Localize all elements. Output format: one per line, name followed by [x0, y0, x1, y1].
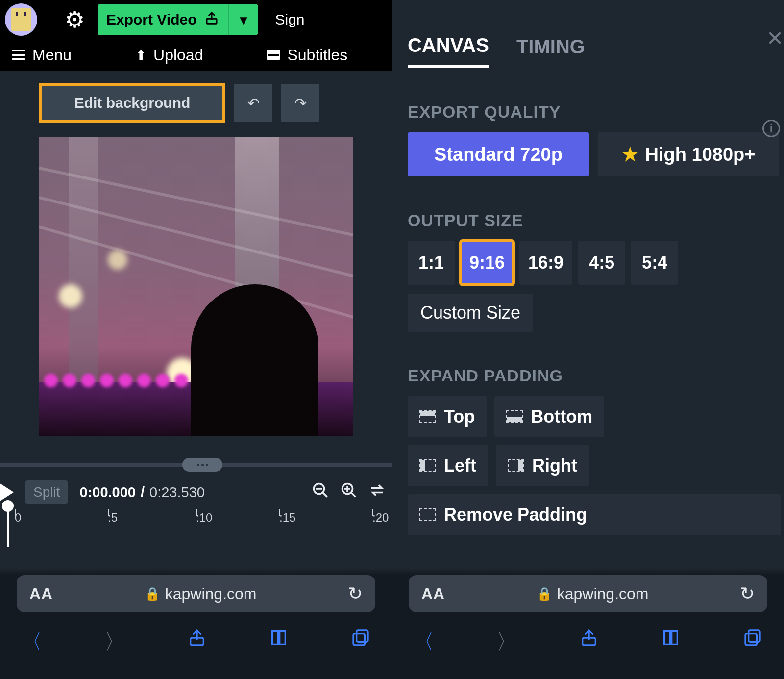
subtitles-icon — [267, 50, 280, 60]
edit-background-button[interactable]: Edit background — [39, 83, 225, 123]
remove-padding-button[interactable]: Remove Padding — [408, 494, 781, 535]
avatar[interactable] — [5, 3, 37, 36]
editor-pane: ⚙ Export Video ▾ Sign Menu — [0, 0, 392, 679]
scrub-bar[interactable] — [0, 456, 392, 474]
menu-button[interactable]: Menu — [12, 46, 72, 64]
top-bar: ⚙ Export Video ▾ Sign — [0, 0, 392, 39]
info-icon[interactable]: i — [762, 120, 780, 137]
settings-gear-icon[interactable]: ⚙ — [65, 6, 85, 33]
browser-tabs-button[interactable] — [351, 628, 370, 655]
lock-icon-right: 🔒 — [537, 586, 552, 602]
output-size-label: OUTPUT SIZE — [408, 211, 781, 230]
svg-rect-0 — [207, 19, 217, 24]
browser-back-button[interactable]: 〈 — [22, 628, 42, 655]
ruler-tick-15: :15 — [279, 511, 295, 525]
zoom-in-button[interactable] — [340, 481, 358, 503]
pad-left-icon — [419, 459, 436, 472]
upload-button[interactable]: Upload — [135, 46, 203, 64]
address-bar-right[interactable]: AA 🔒 kapwing.com ↻ — [409, 575, 767, 612]
url-display-right: 🔒 kapwing.com — [445, 585, 740, 603]
split-button[interactable]: Split — [25, 480, 68, 504]
pad-left-button[interactable]: Left — [408, 445, 488, 486]
share-icon — [204, 11, 219, 29]
sign-in-link[interactable]: Sign — [275, 11, 304, 28]
address-bar[interactable]: AA 🔒 kapwing.com ↻ — [17, 575, 375, 612]
size-5-4[interactable]: 5:4 — [631, 241, 678, 285]
browser-bookmarks-button-right[interactable] — [661, 628, 681, 655]
pad-right-icon — [508, 459, 524, 472]
browser-chrome-right: AA 🔒 kapwing.com ↻ 〈 〉 — [392, 568, 784, 679]
tab-canvas[interactable]: CANVAS — [408, 34, 489, 68]
svg-line-3 — [323, 493, 327, 497]
custom-size-button[interactable]: Custom Size — [408, 294, 533, 332]
browser-chrome-left: AA 🔒 kapwing.com ↻ 〈 〉 — [0, 568, 392, 679]
swap-button[interactable] — [368, 481, 386, 503]
browser-share-button-right[interactable] — [579, 628, 599, 655]
reload-button-right[interactable]: ↻ — [740, 583, 755, 604]
expand-padding-label: EXPAND PADDING — [408, 366, 781, 385]
svg-rect-13 — [749, 630, 760, 642]
time-sep: / — [141, 484, 145, 501]
svg-rect-9 — [353, 634, 365, 645]
size-16-9[interactable]: 16:9 — [519, 241, 572, 285]
browser-forward-button[interactable]: 〉 — [104, 628, 125, 655]
undo-button[interactable]: ↶ — [234, 84, 272, 122]
ruler-tick-5: :5 — [108, 511, 118, 525]
browser-share-button[interactable] — [187, 628, 207, 655]
tab-timing[interactable]: TIMING — [516, 36, 585, 67]
size-9-16[interactable]: 9:16 — [461, 241, 514, 285]
pad-top-icon — [419, 410, 436, 423]
scrub-handle[interactable] — [182, 458, 222, 472]
upload-icon — [135, 46, 147, 64]
upload-label: Upload — [153, 46, 203, 64]
close-panel-button[interactable]: × — [767, 22, 783, 53]
subtitles-button[interactable]: Subtitles — [267, 46, 347, 64]
browser-back-button-right[interactable]: 〈 — [414, 628, 434, 655]
pad-bottom-button[interactable]: Bottom — [494, 396, 604, 437]
redo-icon: ↷ — [294, 95, 307, 112]
browser-bookmarks-button[interactable] — [269, 628, 289, 655]
remove-padding-icon — [419, 508, 436, 521]
undo-icon: ↶ — [247, 95, 260, 112]
redo-button[interactable]: ↷ — [281, 84, 319, 122]
ruler-tick-0: 0 — [15, 511, 21, 525]
playhead[interactable] — [2, 500, 14, 512]
svg-rect-10 — [357, 630, 368, 642]
subtitles-label: Subtitles — [287, 46, 347, 64]
chevron-down-icon: ▾ — [240, 12, 247, 28]
playback-controls: Split 0:00.000 / 0:23.530 — [0, 474, 392, 508]
text-size-button[interactable]: AA — [29, 585, 53, 603]
canvas-settings-pane: × CANVAS TIMING EXPORT QUALITY i Standar… — [392, 0, 784, 679]
text-size-button-right[interactable]: AA — [421, 585, 445, 603]
export-video-button[interactable]: Export Video ▾ — [98, 4, 258, 35]
svg-rect-12 — [745, 634, 757, 645]
hamburger-icon — [12, 50, 25, 60]
reload-button[interactable]: ↻ — [348, 583, 363, 604]
ruler-tick-20: :20 — [372, 511, 389, 525]
quality-standard-button[interactable]: Standard 720p — [408, 132, 589, 176]
export-label: Export Video — [106, 11, 196, 28]
ruler-tick-10: :10 — [196, 511, 212, 525]
browser-tabs-button-right[interactable] — [743, 628, 762, 655]
pad-bottom-icon — [506, 410, 523, 423]
menu-label: Menu — [32, 46, 72, 64]
time-duration: 0:23.530 — [149, 484, 205, 501]
zoom-out-button[interactable] — [312, 481, 329, 503]
pad-top-button[interactable]: Top — [408, 396, 487, 437]
pad-right-button[interactable]: Right — [496, 445, 589, 486]
size-1-1[interactable]: 1:1 — [408, 241, 455, 285]
lock-icon: 🔒 — [145, 586, 160, 602]
export-caret-button[interactable]: ▾ — [229, 4, 258, 35]
svg-line-7 — [351, 493, 356, 497]
star-icon: ★ — [622, 144, 638, 165]
edit-row: Edit background ↶ ↷ — [0, 71, 392, 132]
quality-high-button[interactable]: ★ High 1080p+ — [598, 132, 779, 176]
timecode: 0:00.000 / 0:23.530 — [79, 484, 204, 501]
url-display: 🔒 kapwing.com — [53, 585, 348, 603]
browser-forward-button-right[interactable]: 〉 — [496, 628, 517, 655]
export-quality-label: EXPORT QUALITY — [408, 102, 781, 122]
time-current: 0:00.000 — [79, 484, 136, 501]
timeline-ruler[interactable]: 0 :5 :10 :15 :20 — [0, 511, 392, 535]
size-4-5[interactable]: 4:5 — [578, 241, 625, 285]
video-preview[interactable] — [39, 137, 353, 436]
